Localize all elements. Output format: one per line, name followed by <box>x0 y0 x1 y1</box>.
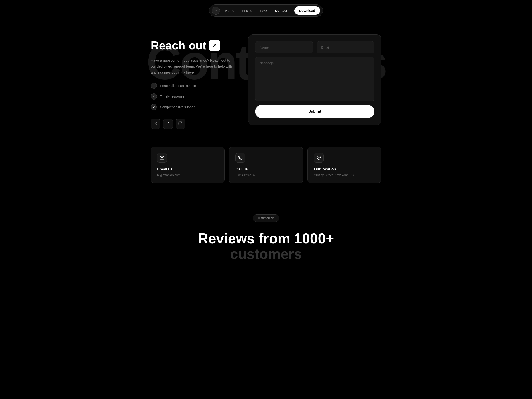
nav-logo-button[interactable]: ✕ <box>212 7 220 15</box>
facebook-icon: f <box>167 122 169 126</box>
feature-item-1: ✓ Personalized assistance <box>151 83 235 89</box>
feature-item-2: ✓ Timely response <box>151 93 235 100</box>
check-icon-1: ✓ <box>151 83 157 89</box>
testimonials-title: Reviews from 1000+ customers <box>18 231 514 262</box>
svg-rect-0 <box>179 122 182 125</box>
feature-item-3: ✓ Comprehensive support <box>151 104 235 110</box>
feature-label-1: Personalized assistance <box>160 84 196 88</box>
phone-card-value: (501) 123-4567 <box>235 173 296 177</box>
info-card-email: Email us hi@affanlab.com <box>151 146 225 183</box>
location-icon <box>314 153 324 163</box>
check-icon-2: ✓ <box>151 93 157 100</box>
email-icon <box>157 153 167 163</box>
submit-button[interactable]: Submit <box>255 105 374 118</box>
email-input[interactable] <box>317 41 374 53</box>
info-cards-section: Email us hi@affanlab.com Call us (501) 1… <box>133 146 399 201</box>
form-row-top <box>255 41 374 53</box>
testimonials-badge: Testimonials <box>253 214 279 222</box>
contact-right: Submit <box>248 34 381 125</box>
check-icon-3: ✓ <box>151 104 157 110</box>
email-card-value: hi@affanlab.com <box>157 173 218 177</box>
testimonials-section: Testimonials Reviews from 1000+ customer… <box>0 201 532 275</box>
reach-out-text: Reach out <box>151 39 206 52</box>
contact-left: Reach out ↗ Have a question or need assi… <box>151 34 235 129</box>
info-card-phone: Call us (501) 123-4567 <box>229 146 303 183</box>
facebook-button[interactable]: f <box>163 119 173 129</box>
name-input[interactable] <box>255 41 313 53</box>
nav-pill: ✕ Home Pricing FAQ Contact Download <box>209 4 323 17</box>
phone-card-title: Call us <box>235 167 296 171</box>
instagram-button[interactable] <box>176 119 185 129</box>
contact-form-card: Submit <box>248 34 381 125</box>
testimonials-title-line1: Reviews from 1000+ <box>18 231 514 246</box>
nav-link-contact[interactable]: Contact <box>271 7 291 14</box>
testimonials-title-line2: customers <box>18 246 514 262</box>
info-card-location: Our location Crosby Street, New York, US <box>307 146 381 183</box>
navbar: ✕ Home Pricing FAQ Contact Download <box>0 0 532 21</box>
contact-description: Have a question or need assistance? Reac… <box>151 57 235 76</box>
message-input[interactable] <box>255 57 374 101</box>
close-icon: ✕ <box>215 8 217 13</box>
location-card-value: Crosby Street, New York, US <box>314 173 375 177</box>
twitter-button[interactable]: 𝕏 <box>151 119 160 129</box>
nav-link-pricing[interactable]: Pricing <box>239 7 256 14</box>
twitter-icon: 𝕏 <box>154 122 157 126</box>
nav-links: Home Pricing FAQ Contact <box>222 7 291 14</box>
social-links: 𝕏 f <box>151 119 235 129</box>
email-card-title: Email us <box>157 167 218 171</box>
feature-label-2: Timely response <box>160 95 184 98</box>
download-button[interactable]: Download <box>294 6 320 15</box>
feature-label-3: Comprehensive support <box>160 105 195 109</box>
reach-out-title: Reach out ↗ <box>151 39 235 52</box>
svg-point-2 <box>181 122 182 123</box>
nav-link-home[interactable]: Home <box>222 7 238 14</box>
arrow-icon: ↗ <box>209 40 220 51</box>
phone-icon <box>235 153 245 163</box>
location-card-title: Our location <box>314 167 375 171</box>
contact-section: Reach out ↗ Have a question or need assi… <box>133 21 399 146</box>
feature-list: ✓ Personalized assistance ✓ Timely respo… <box>151 83 235 110</box>
svg-point-1 <box>180 123 181 124</box>
svg-point-4 <box>318 157 319 158</box>
instagram-icon <box>178 121 183 126</box>
nav-link-faq[interactable]: FAQ <box>257 7 270 14</box>
